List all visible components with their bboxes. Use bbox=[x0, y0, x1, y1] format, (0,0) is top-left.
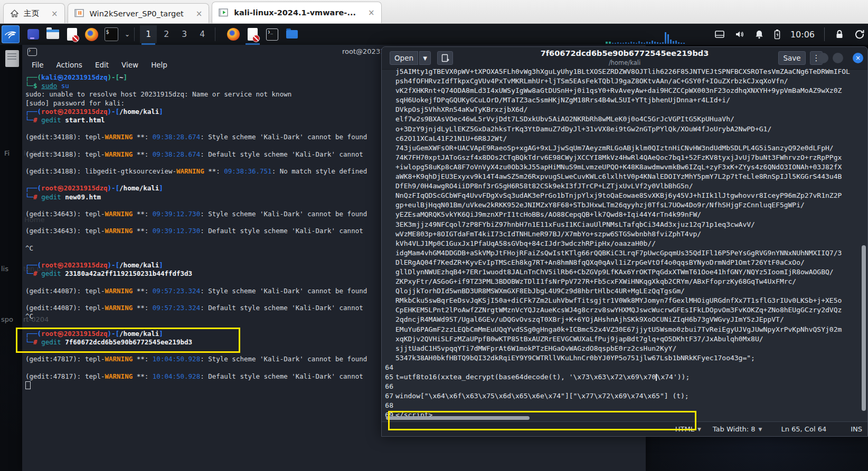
taskbar-files[interactable] bbox=[285, 27, 299, 42]
open-dropdown-button[interactable]: ▼ bbox=[419, 51, 431, 65]
clock[interactable]: 10:06 bbox=[790, 30, 815, 40]
vm-tab[interactable]: Win2kServer_SP0_target× bbox=[68, 3, 210, 23]
desktop-icon-label[interactable]: lis bbox=[1, 265, 8, 273]
desktop-document-icon[interactable] bbox=[5, 50, 19, 67]
line-number bbox=[385, 210, 393, 219]
menu-item-help[interactable]: Help bbox=[151, 61, 167, 69]
gedit-highlight-box bbox=[388, 411, 696, 430]
editor-line: 67window["\x64\x6f\x63\x75\x6d\x65\x6e\x… bbox=[385, 391, 860, 401]
editor-line: o+3DzY9jnjdLyLlEKZ5GxDa2hksTrKq3YtDamuZ7… bbox=[385, 124, 860, 134]
line-text: QlojjkTorhDId5wnBD3UR8MSWXmGXF8EbJbgL4U9… bbox=[395, 286, 685, 296]
line-number bbox=[385, 172, 393, 181]
kali-dragon-icon bbox=[4, 28, 17, 41]
panel-separator bbox=[215, 27, 215, 41]
lock-icon[interactable] bbox=[834, 29, 845, 40]
minimize-button[interactable] bbox=[818, 53, 828, 63]
menu-item-view[interactable]: View bbox=[121, 61, 138, 69]
editor-line: 2qdncjR4MAWd95T/Ugal6GEv/uDQGvOvszqT0XBr… bbox=[385, 315, 860, 324]
line-number bbox=[385, 124, 393, 134]
vm-tab[interactable]: 主页× bbox=[3, 3, 65, 23]
line-number bbox=[385, 134, 393, 143]
window-app-launcher[interactable] bbox=[26, 27, 40, 42]
workspace-2[interactable]: 2 bbox=[158, 25, 175, 43]
battery-icon[interactable] bbox=[773, 29, 781, 40]
volume-icon[interactable] bbox=[734, 30, 745, 39]
menu-item-edit[interactable]: Edit bbox=[95, 61, 109, 69]
tab-close-icon[interactable]: × bbox=[196, 9, 203, 18]
vm-running-icon bbox=[219, 8, 229, 17]
line-number bbox=[385, 153, 393, 162]
workspace-4[interactable]: 4 bbox=[194, 25, 211, 43]
tab-close-icon[interactable]: × bbox=[368, 8, 375, 17]
line-text: c62O11XCaL41F21N1U+6R8J2Wt/ bbox=[395, 134, 507, 143]
new-document-button[interactable] bbox=[437, 51, 454, 65]
vm-tab[interactable]: kali-linux-2024.1-vmware-...× bbox=[212, 2, 381, 23]
save-button[interactable]: Save bbox=[778, 51, 806, 65]
editor-line: vK2fXHKRnt+Q74ODA8mLd3I4xUWSyIgWw8aGtDUS… bbox=[385, 86, 860, 95]
gedit-launcher[interactable] bbox=[65, 27, 79, 42]
line-text: sjjtUadC1H5vpqqYTi7dMWFprAt6W1mokPTzEHGa… bbox=[395, 344, 676, 353]
taskbar-firefox[interactable] bbox=[226, 27, 240, 42]
window-icon bbox=[27, 29, 39, 40]
menu-item-actions[interactable]: Actions bbox=[56, 61, 82, 69]
line-text: window["\x64\x6f\x63\x75\x6d\x65\x6e\x74… bbox=[395, 391, 689, 401]
editor-line: ZKPxyFtr/ASGoG+if9TZ3PML3BDOBWzTDlI1fsNr… bbox=[385, 277, 860, 286]
gedit-headerbar: Open ▼ 7f60672dcd6b5e90b6772545ee219bd3 … bbox=[382, 47, 867, 70]
line-number bbox=[385, 105, 393, 114]
vscroll-thumb[interactable] bbox=[862, 245, 866, 411]
maximize-button[interactable] bbox=[833, 53, 843, 63]
line-text: sqH6UokejfDPqGQUKyGCuLOrD/MTaTZ3ac5smHKj… bbox=[395, 95, 730, 105]
desktop-icon-label[interactable]: spo bbox=[1, 315, 13, 323]
editor-line: psh4fOFHRvzIdfTkpxCgVUv4PxTvMKRLmhUr+ljT… bbox=[385, 76, 860, 86]
vertical-scrollbar[interactable] bbox=[862, 71, 866, 415]
terminal-icon: ❯_ bbox=[266, 28, 278, 41]
kali-menu-button[interactable] bbox=[2, 25, 20, 43]
workspace-3[interactable]: 3 bbox=[176, 25, 193, 43]
desktop-icon-label[interactable]: Fi bbox=[4, 149, 10, 157]
chevron-down-icon[interactable]: ⌄ bbox=[125, 31, 130, 38]
taskbar-terminal[interactable]: ❯_ bbox=[265, 27, 279, 42]
gedit-subtitle: /home/kali bbox=[487, 59, 762, 66]
close-button[interactable]: × bbox=[853, 53, 863, 63]
line-text: NnQzFIqQDScGCbWFq4UvvFDgXvSq3udAK3ePrGo1… bbox=[395, 191, 842, 200]
editor-line: sjjtUadC1H5vpqqYTi7dMWFprAt6W1mokPTzEHGa… bbox=[385, 344, 860, 353]
tab-width-selector[interactable]: Tab Width: 8▼ bbox=[713, 425, 762, 433]
line-text: vK2fXHKRnt+Q74ODA8mLd3I4xUWSyIgWw8aGtDUS… bbox=[395, 86, 842, 95]
editor-line: sqH6UokejfDPqGQUKyGCuLOrD/MTaTZ3ac5smHKj… bbox=[385, 95, 860, 105]
terminal-highlight-box bbox=[16, 328, 240, 353]
line-number bbox=[385, 353, 393, 363]
terminal-launcher[interactable]: $ bbox=[104, 27, 118, 42]
line-number bbox=[385, 95, 393, 105]
open-button[interactable]: Open bbox=[389, 51, 419, 65]
gedit-window[interactable]: Open ▼ 7f60672dcd6b5e90b6772545ee219bd3 … bbox=[381, 46, 868, 437]
notification-bell-icon[interactable] bbox=[754, 30, 764, 39]
logout-power-icon[interactable] bbox=[854, 29, 865, 40]
file-manager-launcher[interactable] bbox=[45, 27, 60, 42]
editor-line: 65t=utf8to16(xxtea_decrypt(base64decode(… bbox=[385, 372, 860, 382]
caret-down-icon: ▼ bbox=[423, 55, 427, 61]
line-text: 2qdncjR4MAWd95T/Ugal6GEv/uDQGvOvszqT0XBr… bbox=[395, 315, 784, 324]
line-text: o+3DzY9jnjdLyLlEKZ5GxDa2hksTrKq3YtDamuZ7… bbox=[395, 124, 771, 134]
line-text: RMkbCku5swBqrEeDsvJqKSjI50a+diCFk7Zm2Luh… bbox=[395, 296, 842, 305]
editor-line: DVkpOsj5VhhXRn54aKwTyKBrxzjbX6d/ bbox=[385, 105, 860, 114]
kali-panel: $ ⌄ 1234 ❯_ 10:06 bbox=[0, 24, 868, 45]
editor-line: 743juGemXWFsOR+UACVApE9RaeoSp+xgAG+9xLJj… bbox=[385, 143, 860, 153]
line-text: 5347k38AH0bkfHBTQ9bQI32dkRqiEY9Y9CWTRllV… bbox=[395, 353, 755, 363]
taskbar-gedit[interactable] bbox=[246, 27, 260, 42]
gedit-text-area[interactable]: j5AIMty1gTBEVX0pWV+tXPOXA5FLh0vWg3hXguLy… bbox=[385, 67, 860, 419]
editor-line: 5347k38AH0bkfHBTQ9bQI32dkRqiEY9Y9CWTRllV… bbox=[385, 353, 860, 363]
firefox-launcher[interactable] bbox=[84, 27, 99, 42]
line-text: yEZEsaMQRQK5vkYK6QiJ9mznXPrI1tcHoBBs/AO8… bbox=[395, 210, 701, 219]
workspace-1[interactable]: 1 bbox=[140, 25, 157, 43]
line-number bbox=[385, 191, 393, 200]
vm-tab-label: kali-linux-2024.1-vmware-... bbox=[234, 8, 356, 17]
editor-line: CpEHKEM5LPnt2lPoAwfZZNrgtWMznVcYQJzAueKc… bbox=[385, 305, 860, 315]
line-number bbox=[385, 67, 393, 76]
line-number bbox=[385, 143, 393, 153]
menu-item-file[interactable]: File bbox=[32, 61, 44, 69]
editor-line: gp+eulBjHqqN01Bm/uVkew2kRKK952eJNIMZxY8F… bbox=[385, 200, 860, 210]
line-text: elf7w2s9BXAsVOec46wL5rVvjDdt7LSDxkUbv5Ai… bbox=[395, 114, 734, 124]
touchpad-icon[interactable] bbox=[714, 30, 725, 39]
tab-close-icon[interactable]: × bbox=[51, 9, 58, 18]
editor-line: idgMam4vhGM4DDGDB+aSkVMpJtFHojRFaiZsQwIs… bbox=[385, 248, 860, 258]
